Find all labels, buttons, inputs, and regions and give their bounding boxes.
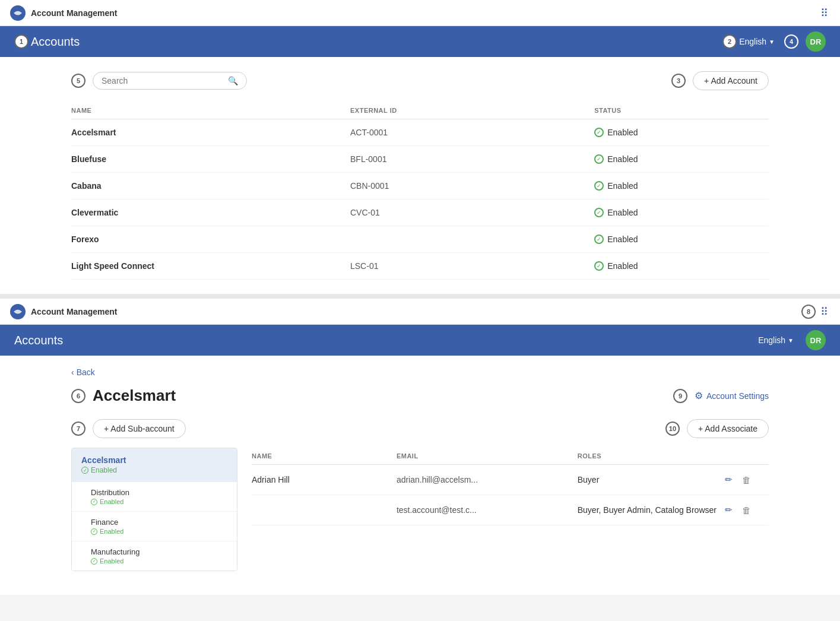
account-name-cell: Clevermatic <box>71 199 350 226</box>
avatar-2[interactable]: DR <box>806 330 826 350</box>
add-associate-wrapper: 10 + Add Associate <box>665 419 769 438</box>
table-row[interactable]: Accelsmart ACT-0001 ✓ Enabled <box>71 119 769 146</box>
assoc-email-cell: adrian.hill@accelsm... <box>397 465 578 495</box>
associates-table: NAME EMAIL ROLES Adrian Hill adrian.hill… <box>252 448 769 525</box>
enabled-icon: ✓ <box>594 208 604 217</box>
brand-logo: Account Management <box>9 5 117 21</box>
assoc-table-row: test.account@test.c... Buyer, Buyer Admi… <box>252 495 769 525</box>
assoc-name-cell <box>252 495 397 525</box>
tree-child-item[interactable]: Manufacturing ✓ Enabled <box>72 541 237 571</box>
tree-child-item[interactable]: Finance ✓ Enabled <box>72 512 237 541</box>
top-nav-right: ⠿ <box>818 4 831 22</box>
assoc-col-name: NAME <box>252 448 397 465</box>
assoc-col-email: EMAIL <box>397 448 578 465</box>
tree-child-status: ✓ Enabled <box>91 557 227 565</box>
status-label: Enabled <box>607 208 638 217</box>
table-row[interactable]: Forexo ✓ Enabled <box>71 226 769 253</box>
callout-10: 10 <box>665 422 680 436</box>
tree-child-item[interactable]: Distribution ✓ Enabled <box>72 482 237 512</box>
grid-menu-button-2[interactable]: ⠿ <box>818 303 831 321</box>
toolbar-row: 5 🔍 3 + Add Account <box>71 71 769 90</box>
tree-item-accelsmart[interactable]: Accelsmart ✓ Enabled <box>72 448 237 482</box>
status-label: Enabled <box>607 181 638 191</box>
table-row[interactable]: Cabana CBN-0001 ✓ Enabled <box>71 173 769 199</box>
account-ext-id-cell: CBN-0001 <box>350 173 594 199</box>
language-selector-2[interactable]: English ▼ <box>758 335 794 345</box>
callout-3: 3 <box>671 74 686 88</box>
search-icon: 🔍 <box>228 76 238 85</box>
child-status-icon: ✓ <box>91 499 97 505</box>
top-nav-right-2: 8 ⠿ <box>801 303 831 321</box>
delete-associate-icon[interactable]: 🗑 <box>740 503 753 518</box>
account-status-cell: ✓ Enabled <box>594 173 769 199</box>
back-link[interactable]: ‹ Back <box>71 367 769 377</box>
account-title: 6 Accelsmart <box>71 386 176 405</box>
search-input[interactable] <box>102 76 226 85</box>
tree-item-status-accelsmart: ✓ Enabled <box>81 466 227 474</box>
add-subaccount-button[interactable]: + Add Sub-account <box>93 419 186 438</box>
grid-menu-button[interactable]: ⠿ <box>818 4 831 22</box>
account-status-cell: ✓ Enabled <box>594 253 769 280</box>
assoc-actions-cell: ✏ 🗑 <box>722 465 769 495</box>
callout-7: 7 <box>71 422 85 436</box>
assoc-table-row: Adrian Hill adrian.hill@accelsm... Buyer… <box>252 465 769 495</box>
settings-gear-icon: ⚙ <box>695 390 703 401</box>
col-external-id: EXTERNAL ID <box>350 102 594 119</box>
add-account-label: + Add Account <box>704 76 757 85</box>
enabled-icon: ✓ <box>594 128 604 137</box>
settings-label: Account Settings <box>706 391 769 401</box>
avatar-1[interactable]: DR <box>806 31 826 52</box>
account-name-cell: Cabana <box>71 173 350 199</box>
account-header: 6 Accelsmart 9 ⚙ Account Settings <box>71 386 769 405</box>
account-ext-id-cell: LSC-01 <box>350 253 594 280</box>
header-bar-1: 1 Accounts 2 English ▼ 4 DR <box>0 26 840 57</box>
enabled-icon: ✓ <box>594 261 604 271</box>
add-associate-button[interactable]: + Add Associate <box>687 419 769 438</box>
callout-5: 5 <box>71 74 85 88</box>
delete-associate-icon[interactable]: 🗑 <box>740 473 753 487</box>
tree-child-status: ✓ Enabled <box>91 498 227 505</box>
enabled-icon: ✓ <box>594 181 604 191</box>
header-bar-2: Accounts English ▼ DR <box>0 325 840 356</box>
page-title-1: Accounts <box>31 35 722 49</box>
page-title-2: Accounts <box>14 334 758 347</box>
account-status-cell: ✓ Enabled <box>594 146 769 173</box>
language-selector-1[interactable]: English ▼ <box>739 37 775 46</box>
account-ext-id-cell: BFL-0001 <box>350 146 594 173</box>
callout-1: 1 <box>14 34 28 49</box>
sub-page-content: ‹ Back 6 Accelsmart 9 ⚙ Account Settings… <box>0 356 840 595</box>
account-name-cell: Forexo <box>71 226 350 253</box>
sub-controls: 7 + Add Sub-account 10 + Add Associate <box>71 419 769 438</box>
account-name-cell: Accelsmart <box>71 119 350 146</box>
col-status: STATUS <box>594 102 769 119</box>
callout-8: 8 <box>801 305 816 319</box>
tree-child-status: ✓ Enabled <box>91 528 227 535</box>
status-icon-accelsmart: ✓ <box>81 467 88 474</box>
add-account-button[interactable]: + Add Account <box>693 71 769 90</box>
brand-icon-2 <box>9 303 26 320</box>
account-name-cell: Light Speed Connect <box>71 253 350 280</box>
table-row[interactable]: Bluefuse BFL-0001 ✓ Enabled <box>71 146 769 173</box>
add-subaccount-label: + Add Sub-account <box>104 424 175 433</box>
account-status-cell: ✓ Enabled <box>594 119 769 146</box>
account-name-cell: Bluefuse <box>71 146 350 173</box>
child-status-label: Enabled <box>100 557 123 565</box>
table-row[interactable]: Light Speed Connect LSC-01 ✓ Enabled <box>71 253 769 280</box>
add-account-wrapper: 3 + Add Account <box>671 71 769 90</box>
callout-2: 2 <box>722 34 737 49</box>
assoc-name-cell: Adrian Hill <box>252 465 397 495</box>
brand-name: Account Management <box>31 8 117 18</box>
child-status-icon: ✓ <box>91 558 97 565</box>
add-associate-label: + Add Associate <box>698 424 757 433</box>
status-label: Enabled <box>607 128 638 137</box>
table-row[interactable]: Clevermatic CVC-01 ✓ Enabled <box>71 199 769 226</box>
assoc-header-row: NAME EMAIL ROLES <box>252 448 769 465</box>
edit-associate-icon[interactable]: ✏ <box>722 502 735 518</box>
brand-logo-2: Account Management <box>9 303 117 320</box>
top-nav-bar: Account Management ⠿ <box>0 0 840 26</box>
status-label: Enabled <box>607 154 638 164</box>
account-settings-button[interactable]: ⚙ Account Settings <box>695 390 769 401</box>
edit-associate-icon[interactable]: ✏ <box>722 472 735 487</box>
assoc-col-actions <box>722 448 769 465</box>
status-label: Enabled <box>607 261 638 271</box>
